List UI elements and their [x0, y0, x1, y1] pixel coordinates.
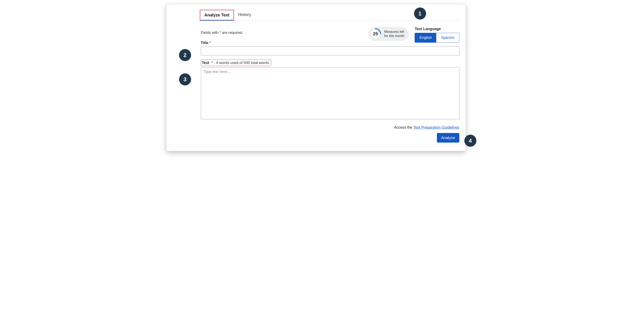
- analyze-button[interactable]: Analyze: [437, 133, 459, 143]
- title-label-text: Title: [201, 41, 208, 45]
- text-label: Text * - # words used of 500 total words: [201, 60, 271, 66]
- guidelines-prefix: Access the: [394, 125, 414, 129]
- callout-badge-4: 4: [464, 135, 476, 147]
- title-label-star: *: [210, 41, 211, 45]
- tab-analyze-text[interactable]: Analyze Text: [200, 10, 234, 20]
- language-option-english[interactable]: English: [415, 33, 436, 42]
- tab-history[interactable]: History: [234, 10, 255, 20]
- text-input[interactable]: [201, 67, 459, 119]
- measures-label-line1: Measures left: [384, 30, 404, 33]
- title-input[interactable]: [201, 46, 459, 55]
- analyze-text-panel: Analyze Text History 25 Measures left fo…: [166, 4, 466, 151]
- progress-ring-icon: [370, 28, 381, 40]
- measures-remaining: 25 Measures left for this month: [368, 27, 409, 41]
- language-title: Text Language: [415, 27, 459, 31]
- text-word-counter: - # words used of 500 total words: [213, 61, 269, 65]
- form-area: Fields with * are required. Title * Text…: [201, 30, 459, 143]
- language-block: Text Language English Spanish: [415, 27, 459, 43]
- measures-label-line2: for this month: [384, 34, 404, 38]
- language-toggle: English Spanish: [415, 33, 459, 43]
- measures-label: Measures left for this month: [384, 30, 404, 38]
- text-label-text: Text: [202, 61, 210, 65]
- callout-badge-1: 1: [414, 7, 426, 19]
- callout-badge-2: 2: [179, 49, 191, 61]
- language-option-spanish[interactable]: Spanish: [436, 33, 459, 42]
- text-preparation-guidelines-link[interactable]: Text Preparation Guidelines: [413, 125, 459, 129]
- guidelines-row: Access the Text Preparation Guidelines: [201, 125, 459, 130]
- callout-badge-3: 3: [179, 73, 191, 85]
- measures-count-ring: 25: [370, 28, 381, 40]
